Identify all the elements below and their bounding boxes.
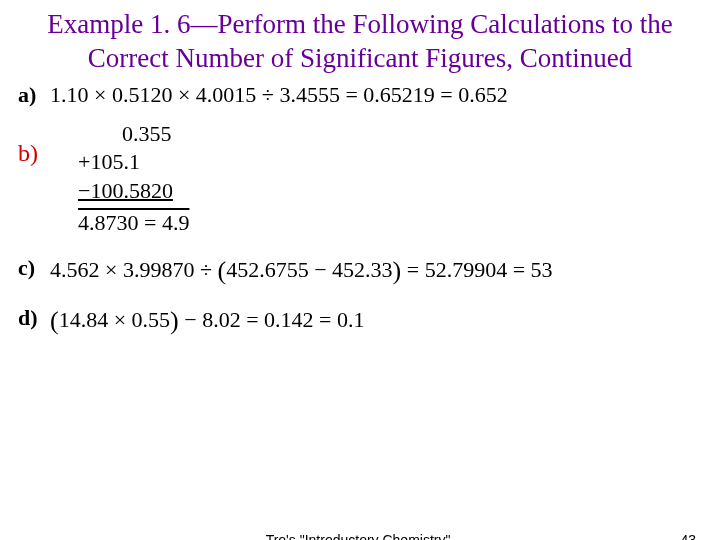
d-inner: 14.84 × 0.55 (59, 307, 170, 332)
b-line-1: 0.355 (78, 120, 189, 148)
item-d: d) (14.84 × 0.55) − 8.02 = 0.142 = 0.1 (18, 305, 702, 336)
expr-c: 4.562 × 3.99870 ÷ (452.6755 − 452.33) = … (50, 255, 553, 286)
item-a: a) 1.10 × 0.5120 × 4.0015 ÷ 3.4555 = 0.6… (18, 82, 702, 108)
c-post: = 52.79904 = 53 (401, 257, 552, 282)
label-c: c) (18, 255, 50, 281)
slide-title: Example 1. 6—Perform the Following Calcu… (0, 0, 720, 82)
item-b: b) 0.355 +105.1 −100.5820 4.8730 = 4.9 (18, 120, 702, 238)
label-d: d) (18, 305, 50, 331)
b-line-2: +105.1 (78, 148, 189, 176)
label-b: b) (18, 120, 50, 167)
b-result: 4.8730 = 4.9 (78, 209, 189, 237)
expr-a: 1.10 × 0.5120 × 4.0015 ÷ 3.4555 = 0.6521… (50, 82, 508, 108)
footer-source: Tro's "Introductory Chemistry", (266, 532, 455, 540)
label-a: a) (18, 82, 50, 108)
item-c: c) 4.562 × 3.99870 ÷ (452.6755 − 452.33)… (18, 255, 702, 286)
expr-d: (14.84 × 0.55) − 8.02 = 0.142 = 0.1 (50, 305, 365, 336)
expr-b: 0.355 +105.1 −100.5820 4.8730 = 4.9 (50, 120, 189, 238)
c-pre: 4.562 × 3.99870 ÷ (50, 257, 217, 282)
d-post: − 8.02 = 0.142 = 0.1 (179, 307, 365, 332)
content-area: a) 1.10 × 0.5120 × 4.0015 ÷ 3.4555 = 0.6… (0, 82, 720, 336)
b-line-3: −100.5820 (78, 177, 189, 205)
c-inner: 452.6755 − 452.33 (226, 257, 392, 282)
page-number: 43 (680, 532, 696, 540)
footer-center: Tro's "Introductory Chemistry", Chapter … (0, 532, 720, 540)
